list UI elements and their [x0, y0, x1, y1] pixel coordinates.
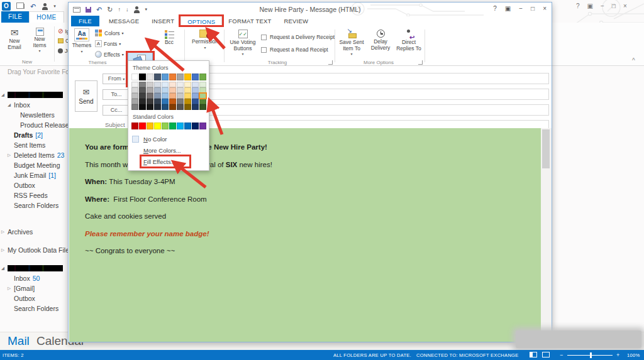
standard-color-swatch[interactable]: [154, 123, 161, 129]
zoom-level[interactable]: 100%: [627, 352, 640, 358]
folder-row[interactable]: Search Folders: [0, 200, 67, 210]
theme-color-variant-swatch[interactable]: [162, 104, 169, 110]
standard-color-swatch[interactable]: [162, 123, 169, 129]
theme-color-variant-swatch[interactable]: [199, 99, 206, 104]
scrollbar-thumb[interactable]: [542, 129, 550, 168]
collapse-arrow-icon[interactable]: ▷: [1, 227, 8, 237]
close-icon[interactable]: ×: [543, 5, 547, 12]
theme-color-variant-swatch[interactable]: [169, 104, 176, 110]
assign-task-icon[interactable]: [133, 6, 140, 13]
theme-color-variant-swatch[interactable]: [184, 99, 191, 104]
theme-color-variant-swatch[interactable]: [147, 93, 153, 99]
save-sent-item-to-button[interactable]: Save Sent Item To ▾: [338, 30, 365, 58]
new-items-button[interactable]: New Items▾: [29, 28, 50, 53]
minimize-icon[interactable]: −: [601, 3, 604, 9]
theme-color-variant-swatch[interactable]: [177, 87, 184, 93]
theme-color-variant-swatch[interactable]: [177, 104, 184, 110]
permission-button[interactable]: Permission ▾: [188, 30, 222, 51]
folder-row[interactable]: Junk Email[1]: [0, 170, 67, 180]
restore-icon[interactable]: □: [612, 3, 616, 9]
expand-arrow-icon[interactable]: ◢: [8, 100, 14, 110]
theme-color-variant-swatch[interactable]: [139, 82, 146, 87]
fonts-button[interactable]: A Fonts▾: [95, 40, 121, 47]
send-button[interactable]: ✉ Send: [75, 80, 97, 112]
tab-message[interactable]: MESSAGE: [103, 16, 145, 26]
tracking-dialog-launcher-icon[interactable]: [328, 60, 333, 65]
theme-color-variant-swatch[interactable]: [147, 99, 153, 104]
theme-color-variant-swatch[interactable]: [139, 93, 146, 99]
folder-row[interactable]: Outbox: [0, 293, 67, 303]
folder-row[interactable]: Product Releases: [0, 120, 67, 130]
theme-color-variant-swatch[interactable]: [154, 82, 161, 87]
theme-color-variant-swatch[interactable]: [147, 104, 153, 110]
folder-row[interactable]: ▷Archives: [0, 227, 67, 237]
theme-color-variant-swatch[interactable]: [131, 93, 138, 99]
folder-row[interactable]: Inbox50: [0, 273, 67, 283]
no-color-item[interactable]: No Color: [131, 134, 206, 144]
folder-row[interactable]: ▷My Outlook Data File: [0, 245, 67, 255]
theme-color-variant-swatch[interactable]: [131, 87, 138, 93]
fill-effects-item[interactable]: Fill Effects...: [131, 156, 206, 166]
tab-review[interactable]: REVIEW: [277, 16, 314, 26]
previous-item-icon[interactable]: ↑: [118, 5, 121, 14]
theme-color-variant-swatch[interactable]: [184, 104, 191, 110]
theme-color-variant-swatch[interactable]: [131, 99, 138, 104]
theme-color-swatch[interactable]: [199, 74, 206, 80]
undo-icon[interactable]: ↶: [30, 2, 36, 11]
folder-row[interactable]: Sent Items: [0, 140, 67, 150]
zoom-slider[interactable]: [567, 355, 613, 356]
theme-color-variant-swatch[interactable]: [177, 93, 184, 99]
theme-color-variant-swatch[interactable]: [192, 104, 199, 110]
theme-color-variant-swatch[interactable]: [139, 104, 146, 110]
theme-color-swatch[interactable]: [131, 74, 138, 80]
colors-button[interactable]: Colors▾: [95, 30, 124, 36]
restore-icon[interactable]: □: [531, 5, 535, 12]
theme-color-swatch[interactable]: [147, 74, 153, 80]
normal-view-icon[interactable]: [530, 352, 537, 357]
main-tab-file[interactable]: FILE: [1, 11, 29, 23]
more-colors-item[interactable]: More Colors...: [131, 145, 206, 155]
collapse-ribbon-icon[interactable]: ^: [632, 57, 635, 64]
main-tab-home[interactable]: HOME: [29, 11, 64, 23]
theme-color-variant-swatch[interactable]: [169, 82, 176, 87]
effects-button[interactable]: Effects▾: [95, 51, 124, 58]
collapse-arrow-icon[interactable]: ▷: [8, 283, 14, 293]
themes-button[interactable]: Aa Themes ▾: [70, 28, 93, 55]
folder-row[interactable]: Newsletters: [0, 110, 67, 120]
standard-color-swatch[interactable]: [147, 123, 153, 129]
folder-row[interactable]: RSS Feeds: [0, 190, 67, 200]
send-receive-icon[interactable]: [18, 4, 25, 9]
contact-icon[interactable]: [42, 3, 48, 10]
standard-color-swatch[interactable]: [192, 123, 199, 129]
use-voting-buttons-button[interactable]: ✓✓ Use Voting Buttons ▾: [227, 30, 258, 58]
reading-view-icon[interactable]: [542, 352, 550, 357]
theme-color-variant-swatch[interactable]: [199, 104, 206, 110]
direct-replies-to-button[interactable]: Direct Replies To: [394, 30, 423, 52]
customize-qat-icon[interactable]: ▾: [145, 5, 147, 14]
theme-color-variant-swatch[interactable]: [139, 87, 146, 93]
zoom-slider-thumb[interactable]: [590, 352, 592, 358]
ribbon-display-icon[interactable]: ▣: [587, 3, 593, 9]
theme-color-variant-swatch[interactable]: [147, 87, 153, 93]
folder-row[interactable]: ▷Deleted Items23: [0, 150, 67, 160]
nav-mail[interactable]: Mail: [8, 334, 30, 348]
next-item-icon[interactable]: ↓: [126, 5, 129, 14]
folder-row[interactable]: Budget Meeting: [0, 160, 67, 170]
theme-color-variant-swatch[interactable]: [177, 82, 184, 87]
theme-color-swatch[interactable]: [192, 74, 199, 80]
expand-arrow-icon[interactable]: ◢: [1, 90, 8, 100]
theme-color-variant-swatch[interactable]: [154, 93, 161, 99]
collapse-arrow-icon[interactable]: ▷: [8, 150, 14, 160]
folder-row[interactable]: Outbox: [0, 180, 67, 190]
theme-color-variant-swatch[interactable]: [177, 99, 184, 104]
theme-color-variant-swatch[interactable]: [154, 99, 161, 104]
theme-color-variant-swatch[interactable]: [169, 87, 176, 93]
theme-color-variant-swatch[interactable]: [199, 87, 206, 93]
undo-icon[interactable]: ↶: [96, 5, 102, 14]
theme-color-variant-swatch[interactable]: [139, 99, 146, 104]
theme-color-variant-swatch[interactable]: [147, 82, 153, 87]
theme-color-variant-swatch[interactable]: [192, 82, 199, 87]
cc-button[interactable]: Cc...: [103, 105, 130, 116]
theme-color-variant-swatch[interactable]: [131, 82, 138, 87]
theme-color-variant-swatch[interactable]: [162, 93, 169, 99]
